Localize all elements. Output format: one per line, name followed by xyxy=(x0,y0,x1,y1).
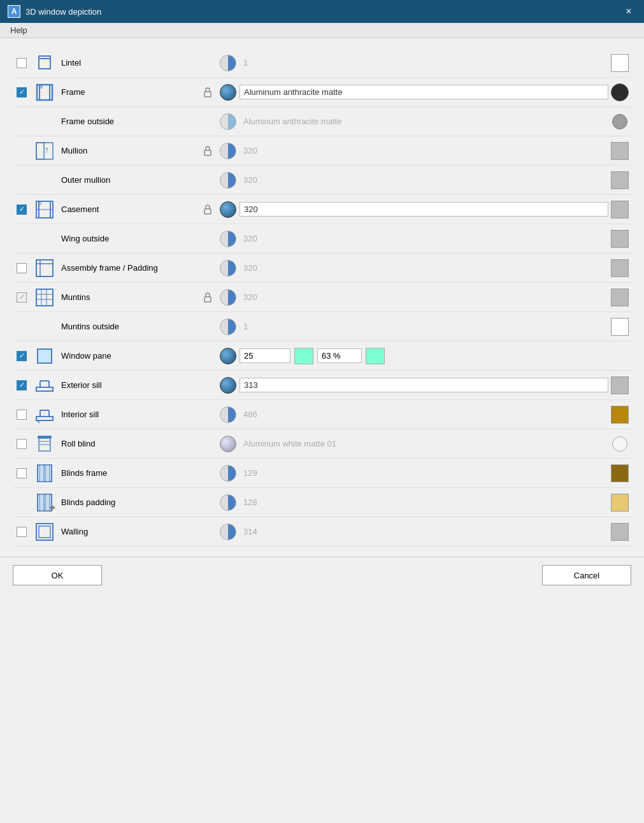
svg-rect-17 xyxy=(36,260,53,276)
icon-frame xyxy=(34,82,55,103)
row-window-pane: Window pane xyxy=(13,341,631,371)
input-casement[interactable] xyxy=(240,202,608,217)
color-assembly[interactable] xyxy=(611,259,629,277)
input-pane-pct[interactable] xyxy=(317,348,362,363)
row-blinds-padding: Blinds padding 128 xyxy=(13,488,631,517)
label-walling: Walling xyxy=(59,527,199,536)
svg-rect-25 xyxy=(204,297,211,302)
footer: OK Cancel xyxy=(0,557,644,593)
row-muntins-outside: Muntins outside 1 xyxy=(13,312,631,341)
value-mullion: 320 xyxy=(240,144,261,157)
mat-icon-blinds-frame xyxy=(220,465,236,482)
row-outer-mullion: Outer mullion 320 xyxy=(13,166,631,195)
checkbox-interior-sill[interactable] xyxy=(17,410,27,420)
mat-icon-roll-blind xyxy=(220,436,236,452)
value-muntins-outside: 1 xyxy=(240,320,252,333)
value-frame-outside: Aluminum anthracite matte xyxy=(240,115,346,128)
label-blinds-padding: Blinds padding xyxy=(59,497,199,507)
svg-rect-3 xyxy=(40,85,43,89)
label-assembly: Assembly frame / Padding xyxy=(59,263,199,273)
label-roll-blind: Roll blind xyxy=(59,439,199,448)
row-exterior-sill: Exterior sill xyxy=(13,371,631,400)
svg-rect-44 xyxy=(45,465,50,482)
svg-rect-50 xyxy=(39,526,50,538)
svg-rect-6 xyxy=(204,92,211,97)
row-blinds-frame: Blinds frame 129 xyxy=(13,459,631,488)
checkbox-frame[interactable] xyxy=(17,87,27,97)
color-walling[interactable] xyxy=(611,523,629,541)
app-icon: A xyxy=(8,5,20,18)
value-walling: 314 xyxy=(240,525,261,538)
menu-bar: Help xyxy=(0,23,644,38)
row-frame: Frame xyxy=(13,78,631,107)
row-muntins: Muntins 320 xyxy=(13,283,631,312)
dialog-title: 3D window depiction xyxy=(25,7,101,17)
row-lintel: Lintel 1 xyxy=(13,48,631,78)
close-button[interactable]: × xyxy=(621,4,636,19)
row-walling: Walling 314 xyxy=(13,517,631,547)
color-roll-blind[interactable] xyxy=(612,436,627,452)
icon-casement xyxy=(34,199,55,220)
icon-assembly xyxy=(34,257,55,279)
checkbox-roll-blind[interactable] xyxy=(17,439,27,449)
cancel-button[interactable]: Cancel xyxy=(542,565,631,585)
color-wing-outside[interactable] xyxy=(611,230,629,248)
ok-button[interactable]: OK xyxy=(13,565,102,585)
lock-icon-muntins xyxy=(203,292,213,303)
value-lintel: 1 xyxy=(240,56,252,69)
label-blinds-frame: Blinds frame xyxy=(59,468,199,478)
mat-icon-wing-outside xyxy=(220,231,236,247)
label-outer-mullion: Outer mullion xyxy=(59,175,199,185)
mat-icon-casement xyxy=(220,201,236,218)
checkbox-casement[interactable] xyxy=(17,204,27,215)
color-lintel[interactable] xyxy=(611,54,629,72)
color-frame[interactable] xyxy=(611,83,629,101)
icon-blinds-padding xyxy=(34,492,55,513)
checkbox-assembly[interactable] xyxy=(17,263,27,273)
color-blinds-frame[interactable] xyxy=(611,464,629,482)
label-lintel: Lintel xyxy=(59,58,199,68)
row-casement: Casement xyxy=(13,195,631,224)
checkbox-blinds-frame[interactable] xyxy=(17,468,27,478)
menu-help[interactable]: Help xyxy=(8,24,30,36)
title-bar: A 3D window depiction × xyxy=(0,0,644,23)
svg-rect-20 xyxy=(36,289,53,306)
color-blinds-padding[interactable] xyxy=(611,494,629,512)
mat-icon-walling xyxy=(220,524,236,540)
icon-walling xyxy=(34,521,55,543)
checkbox-muntins[interactable] xyxy=(17,292,27,303)
color-frame-outside[interactable] xyxy=(612,114,627,129)
mat-icon-lintel xyxy=(220,55,236,71)
icon-exterior-sill xyxy=(34,375,55,396)
row-mullion: ? Mullion 320 xyxy=(13,136,631,166)
input-exterior-sill[interactable] xyxy=(240,378,608,392)
checkbox-window-pane[interactable] xyxy=(17,351,27,361)
checkbox-walling[interactable] xyxy=(17,527,27,537)
mat-icon-frame xyxy=(220,84,236,101)
svg-rect-10 xyxy=(204,150,211,155)
color-muntins-outside[interactable] xyxy=(611,318,629,336)
color-casement[interactable] xyxy=(611,201,629,218)
checkbox-exterior-sill[interactable] xyxy=(17,380,27,390)
color-exterior-sill[interactable] xyxy=(611,376,629,394)
color-interior-sill[interactable] xyxy=(611,406,629,424)
icon-roll-blind xyxy=(34,433,55,455)
checkbox-lintel[interactable] xyxy=(17,58,27,68)
mat-icon-interior-sill xyxy=(220,406,236,423)
input-pane-value[interactable] xyxy=(240,348,290,363)
row-wing-outside: Wing outside 320 xyxy=(13,224,631,254)
pane-cyan2-swatch xyxy=(366,348,385,364)
label-frame-outside: Frame outside xyxy=(59,117,199,126)
mat-icon-muntins-outside xyxy=(220,318,236,335)
icon-muntins xyxy=(34,287,55,308)
color-outer-mullion[interactable] xyxy=(611,171,629,189)
icon-window-pane xyxy=(34,345,55,367)
svg-rect-47 xyxy=(45,494,50,511)
input-frame[interactable] xyxy=(240,85,608,99)
value-muntins: 320 xyxy=(240,290,261,304)
label-mullion: Mullion xyxy=(59,146,199,155)
color-mullion[interactable] xyxy=(611,142,629,160)
row-roll-blind: Roll blind Aluminum white matte 01 xyxy=(13,429,631,459)
color-muntins[interactable] xyxy=(611,289,629,306)
svg-rect-8 xyxy=(36,143,44,159)
